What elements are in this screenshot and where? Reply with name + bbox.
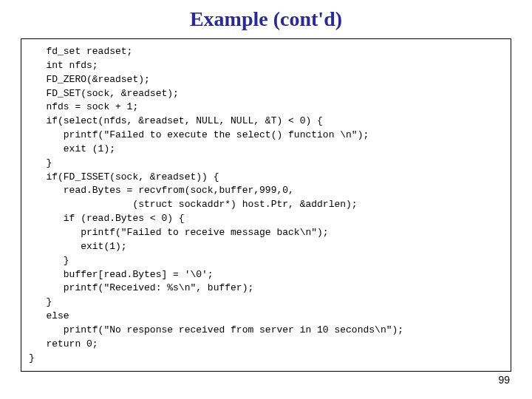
slide-title: Example (cont'd) — [21, 7, 511, 31]
slide-container: Example (cont'd) fd_set readset; int nfd… — [0, 0, 532, 399]
page-number: 99 — [498, 374, 510, 386]
code-block: fd_set readset; int nfds; FD_ZERO(&reads… — [21, 38, 511, 372]
